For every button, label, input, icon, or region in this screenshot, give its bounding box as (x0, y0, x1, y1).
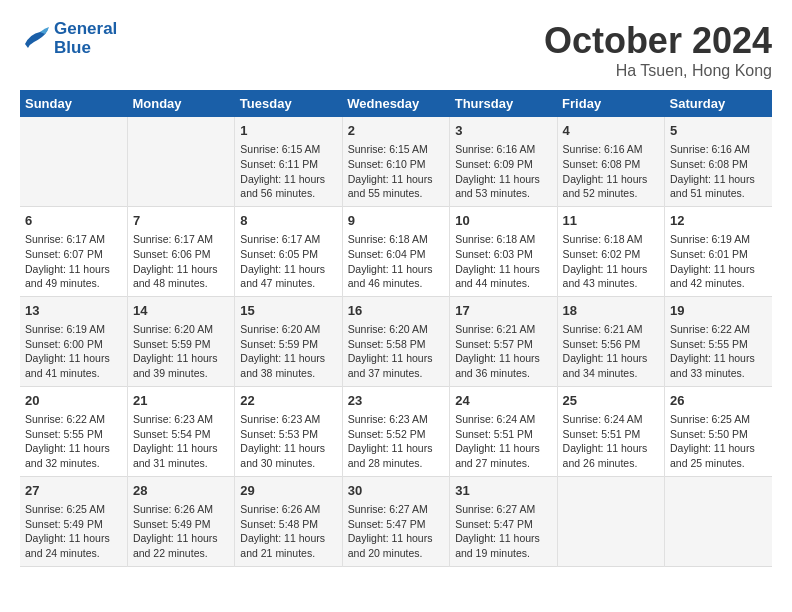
day-info: Sunset: 5:58 PM (348, 337, 444, 352)
day-info: Sunrise: 6:26 AM (240, 502, 336, 517)
day-info: Daylight: 11 hours and 48 minutes. (133, 262, 229, 291)
day-info: Daylight: 11 hours and 39 minutes. (133, 351, 229, 380)
day-info: Sunrise: 6:21 AM (455, 322, 551, 337)
day-number: 14 (133, 302, 229, 320)
day-cell: 29Sunrise: 6:26 AMSunset: 5:48 PMDayligh… (235, 476, 342, 566)
day-info: Daylight: 11 hours and 20 minutes. (348, 531, 444, 560)
day-info: Daylight: 11 hours and 52 minutes. (563, 172, 659, 201)
day-info: Sunset: 6:07 PM (25, 247, 122, 262)
header-cell-thursday: Thursday (450, 90, 557, 117)
day-info: Sunrise: 6:16 AM (563, 142, 659, 157)
day-number: 25 (563, 392, 659, 410)
day-info: Sunrise: 6:18 AM (455, 232, 551, 247)
day-cell: 16Sunrise: 6:20 AMSunset: 5:58 PMDayligh… (342, 296, 449, 386)
day-cell: 21Sunrise: 6:23 AMSunset: 5:54 PMDayligh… (127, 386, 234, 476)
day-info: Daylight: 11 hours and 27 minutes. (455, 441, 551, 470)
day-info: Daylight: 11 hours and 26 minutes. (563, 441, 659, 470)
day-cell: 17Sunrise: 6:21 AMSunset: 5:57 PMDayligh… (450, 296, 557, 386)
day-number: 17 (455, 302, 551, 320)
day-cell: 15Sunrise: 6:20 AMSunset: 5:59 PMDayligh… (235, 296, 342, 386)
day-info: Sunrise: 6:23 AM (240, 412, 336, 427)
week-row-5: 27Sunrise: 6:25 AMSunset: 5:49 PMDayligh… (20, 476, 772, 566)
day-cell: 26Sunrise: 6:25 AMSunset: 5:50 PMDayligh… (665, 386, 772, 476)
day-number: 8 (240, 212, 336, 230)
header-cell-wednesday: Wednesday (342, 90, 449, 117)
day-info: Daylight: 11 hours and 31 minutes. (133, 441, 229, 470)
day-cell: 6Sunrise: 6:17 AMSunset: 6:07 PMDaylight… (20, 206, 127, 296)
day-number: 27 (25, 482, 122, 500)
day-cell: 31Sunrise: 6:27 AMSunset: 5:47 PMDayligh… (450, 476, 557, 566)
day-cell: 3Sunrise: 6:16 AMSunset: 6:09 PMDaylight… (450, 117, 557, 206)
day-info: Sunrise: 6:23 AM (133, 412, 229, 427)
calendar-header: SundayMondayTuesdayWednesdayThursdayFrid… (20, 90, 772, 117)
month-title: October 2024 (544, 20, 772, 62)
day-cell: 24Sunrise: 6:24 AMSunset: 5:51 PMDayligh… (450, 386, 557, 476)
logo-bird-icon (20, 24, 50, 54)
day-info: Sunrise: 6:22 AM (25, 412, 122, 427)
day-cell: 4Sunrise: 6:16 AMSunset: 6:08 PMDaylight… (557, 117, 664, 206)
day-info: Daylight: 11 hours and 28 minutes. (348, 441, 444, 470)
day-info: Sunset: 6:09 PM (455, 157, 551, 172)
day-info: Sunset: 5:53 PM (240, 427, 336, 442)
day-info: Sunset: 5:47 PM (348, 517, 444, 532)
day-info: Sunset: 6:08 PM (563, 157, 659, 172)
day-info: Sunset: 6:03 PM (455, 247, 551, 262)
day-cell: 8Sunrise: 6:17 AMSunset: 6:05 PMDaylight… (235, 206, 342, 296)
day-number: 21 (133, 392, 229, 410)
day-info: Sunrise: 6:16 AM (670, 142, 767, 157)
day-number: 31 (455, 482, 551, 500)
day-info: Daylight: 11 hours and 22 minutes. (133, 531, 229, 560)
day-info: Daylight: 11 hours and 46 minutes. (348, 262, 444, 291)
calendar-table: SundayMondayTuesdayWednesdayThursdayFrid… (20, 90, 772, 567)
day-info: Sunset: 5:59 PM (240, 337, 336, 352)
day-info: Sunset: 5:57 PM (455, 337, 551, 352)
day-info: Daylight: 11 hours and 36 minutes. (455, 351, 551, 380)
day-info: Sunrise: 6:24 AM (455, 412, 551, 427)
day-info: Daylight: 11 hours and 51 minutes. (670, 172, 767, 201)
day-number: 19 (670, 302, 767, 320)
day-info: Sunset: 5:48 PM (240, 517, 336, 532)
header-row: SundayMondayTuesdayWednesdayThursdayFrid… (20, 90, 772, 117)
day-number: 3 (455, 122, 551, 140)
week-row-4: 20Sunrise: 6:22 AMSunset: 5:55 PMDayligh… (20, 386, 772, 476)
day-info: Sunset: 6:04 PM (348, 247, 444, 262)
day-cell: 7Sunrise: 6:17 AMSunset: 6:06 PMDaylight… (127, 206, 234, 296)
day-info: Sunrise: 6:27 AM (348, 502, 444, 517)
logo: General Blue (20, 20, 117, 57)
day-cell: 30Sunrise: 6:27 AMSunset: 5:47 PMDayligh… (342, 476, 449, 566)
day-cell (20, 117, 127, 206)
day-info: Sunrise: 6:24 AM (563, 412, 659, 427)
calendar-body: 1Sunrise: 6:15 AMSunset: 6:11 PMDaylight… (20, 117, 772, 566)
day-number: 5 (670, 122, 767, 140)
day-info: Daylight: 11 hours and 32 minutes. (25, 441, 122, 470)
week-row-3: 13Sunrise: 6:19 AMSunset: 6:00 PMDayligh… (20, 296, 772, 386)
day-info: Sunset: 5:59 PM (133, 337, 229, 352)
day-info: Sunset: 6:10 PM (348, 157, 444, 172)
day-number: 7 (133, 212, 229, 230)
day-number: 12 (670, 212, 767, 230)
day-info: Sunrise: 6:21 AM (563, 322, 659, 337)
day-number: 26 (670, 392, 767, 410)
day-info: Sunset: 5:49 PM (133, 517, 229, 532)
day-info: Daylight: 11 hours and 49 minutes. (25, 262, 122, 291)
day-info: Daylight: 11 hours and 53 minutes. (455, 172, 551, 201)
day-info: Sunrise: 6:26 AM (133, 502, 229, 517)
day-info: Sunset: 5:51 PM (563, 427, 659, 442)
day-info: Daylight: 11 hours and 37 minutes. (348, 351, 444, 380)
day-number: 30 (348, 482, 444, 500)
day-info: Sunrise: 6:17 AM (133, 232, 229, 247)
day-info: Sunrise: 6:17 AM (240, 232, 336, 247)
day-number: 29 (240, 482, 336, 500)
day-number: 16 (348, 302, 444, 320)
day-info: Sunrise: 6:23 AM (348, 412, 444, 427)
header-cell-monday: Monday (127, 90, 234, 117)
day-cell: 13Sunrise: 6:19 AMSunset: 6:00 PMDayligh… (20, 296, 127, 386)
day-info: Daylight: 11 hours and 55 minutes. (348, 172, 444, 201)
day-cell (127, 117, 234, 206)
day-info: Daylight: 11 hours and 21 minutes. (240, 531, 336, 560)
day-number: 11 (563, 212, 659, 230)
day-info: Daylight: 11 hours and 44 minutes. (455, 262, 551, 291)
week-row-1: 1Sunrise: 6:15 AMSunset: 6:11 PMDaylight… (20, 117, 772, 206)
day-info: Daylight: 11 hours and 41 minutes. (25, 351, 122, 380)
day-cell (665, 476, 772, 566)
